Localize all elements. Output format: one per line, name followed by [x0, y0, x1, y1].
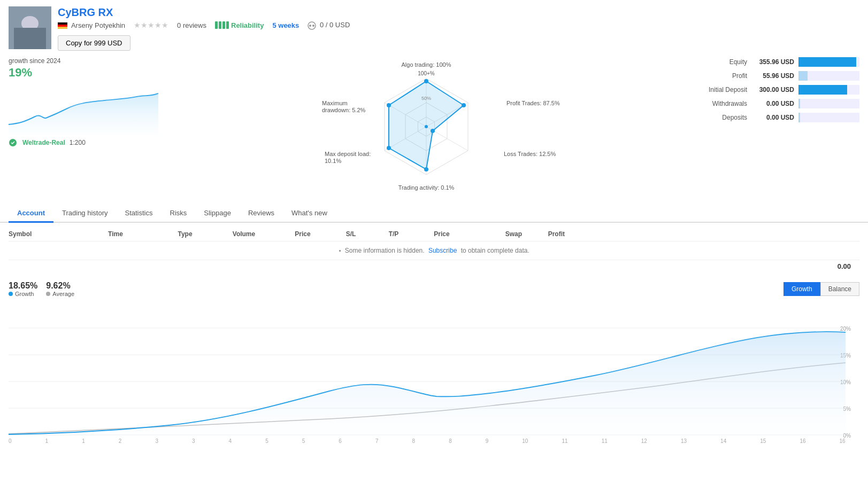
deposits-row: Deposits 0.00 USD [688, 113, 859, 122]
tabs-nav: Account Trading history Statistics Risks… [0, 205, 868, 223]
col-volume-header: Volume [212, 230, 276, 238]
average-stat: 9.62% Average [46, 281, 74, 297]
subscribe-suffix: to obtain complete data. [461, 247, 529, 254]
copy-trades-count: 0 / 0 USD [308, 21, 350, 30]
growth-stat-label: Growth [9, 291, 37, 297]
col-price-header: Price [276, 230, 329, 238]
svg-point-16 [462, 103, 466, 107]
svg-point-18 [424, 167, 428, 172]
hidden-info: ▪ Some information is hidden. Subscribe … [9, 241, 859, 260]
profit-label: Profit [688, 72, 747, 80]
broker-info: Weltrade-Real 1:200 [9, 138, 164, 147]
bottom-chart-section: 18.65% Growth 9.62% Average Growth Balan… [0, 277, 868, 445]
x-axis-months: JanFebMarAprMayJunJulAugSepOctNovDecYear [9, 444, 846, 445]
deposits-bar-container [798, 113, 859, 122]
growth-since-label: growth since 2024 [9, 57, 164, 65]
toggle-balance-btn[interactable]: Balance [820, 282, 859, 296]
reviews-count: 0 reviews [177, 21, 206, 29]
table-section: Symbol Time Type Volume Price S/L T/P Pr… [0, 223, 868, 277]
withdrawals-bar [798, 99, 800, 108]
equity-value: 355.96 USD [751, 58, 794, 66]
leverage: 1:200 [70, 139, 86, 146]
initial-deposit-bar [798, 85, 847, 95]
equity-row: Equity 355.96 USD [688, 57, 859, 67]
chart-controls: 18.65% Growth 9.62% Average Growth Balan… [9, 281, 859, 297]
tab-trading-history[interactable]: Trading history [53, 205, 117, 223]
growth-stat-value: 18.65% [9, 281, 37, 291]
max-drawdown-label: Maximum [322, 100, 348, 106]
withdrawals-row: Withdrawals 0.00 USD [688, 99, 859, 108]
profit-bar [798, 71, 808, 81]
col-symbol-header: Symbol [9, 230, 73, 238]
svg-text:20%: 20% [840, 326, 851, 332]
reliability-label: Reliability [231, 21, 264, 29]
svg-text:drawdown: 5.2%: drawdown: 5.2% [322, 107, 366, 113]
average-dot [46, 292, 50, 296]
growth-percent: 19% [9, 66, 164, 80]
radar-section: 100+% 50% Algo trading: 100% Profit Trad… [169, 57, 683, 196]
profit-row: Profit 55.96 USD [688, 71, 859, 81]
deposits-value: 0.00 USD [751, 114, 794, 121]
svg-point-15 [424, 79, 428, 83]
weeks-count: 5 weeks [272, 21, 299, 29]
svg-point-20 [387, 103, 391, 107]
equity-bar-container [798, 57, 859, 67]
star-rating: ★★★★★ [134, 21, 168, 29]
col-profit-header: Profit [522, 230, 565, 238]
loss-trades-label: Loss Trades: 12.5% [504, 151, 556, 157]
trader-info: CyBRG RX Arseny Potyekhin ★★★★★ 0 review… [58, 6, 859, 51]
tab-whats-new[interactable]: What's new [283, 205, 336, 223]
equity-label: Equity [688, 58, 747, 66]
deposits-bar [798, 113, 800, 122]
stats-section: Equity 355.96 USD Profit 55.96 USD Initi… [688, 57, 859, 196]
deposits-label: Deposits [688, 114, 747, 121]
growth-section: growth since 2024 19% Weltrade-Real 1:20… [9, 57, 164, 196]
mini-growth-chart [9, 82, 158, 135]
svg-text:10.1%: 10.1% [325, 158, 341, 164]
tab-risks[interactable]: Risks [162, 205, 196, 223]
tab-statistics[interactable]: Statistics [117, 205, 162, 223]
col-type-header: Type [158, 230, 212, 238]
withdrawals-label: Withdrawals [688, 100, 747, 107]
profit-value: 55.96 USD [751, 72, 794, 80]
growth-dot [9, 292, 13, 296]
flag-icon: Arseny Potyekhin [58, 21, 125, 29]
col-swap-header: Swap [468, 230, 522, 238]
initial-deposit-bar-container [798, 85, 859, 95]
svg-text:50%: 50% [421, 96, 431, 101]
svg-text:100+%: 100+% [418, 71, 435, 76]
toggle-growth-btn[interactable]: Growth [783, 282, 820, 296]
bottom-chart: 0% 5% 10% 15% 20% 01 [9, 301, 859, 440]
svg-point-6 [312, 25, 314, 27]
profit-bar-container [798, 71, 859, 81]
trader-avatar [9, 6, 51, 49]
svg-point-5 [309, 25, 311, 27]
col-tp-header: T/P [372, 230, 415, 238]
reliability-bars [215, 21, 229, 29]
max-deposit-label: Max deposit load: [325, 151, 371, 157]
trading-activity-label: Trading activity: 0.1% [398, 184, 454, 191]
initial-deposit-value: 300.00 USD [751, 86, 794, 93]
col-time-header: Time [73, 230, 158, 238]
svg-point-17 [431, 129, 435, 133]
average-stat-value: 9.62% [46, 281, 74, 291]
hidden-info-icon: ▪ [339, 247, 341, 254]
withdrawals-bar-container [798, 99, 859, 108]
author-name: Arseny Potyekhin [71, 21, 125, 29]
tab-account[interactable]: Account [9, 205, 53, 223]
trader-name: CyBRG RX [58, 6, 859, 19]
table-header: Symbol Time Type Volume Price S/L T/P Pr… [9, 227, 859, 241]
tab-reviews[interactable]: Reviews [240, 205, 283, 223]
copy-button[interactable]: Copy for 999 USD [58, 35, 130, 51]
total-value: 0.00 [838, 262, 851, 270]
total-row: 0.00 [9, 260, 859, 272]
col-price2-header: Price [415, 230, 468, 238]
svg-point-21 [425, 125, 428, 128]
broker-link[interactable]: Weltrade-Real [22, 139, 65, 146]
reliability-section: Reliability [215, 21, 264, 29]
svg-point-19 [387, 146, 391, 150]
average-stat-label: Average [46, 291, 74, 297]
algo-trading-label: Algo trading: 100% [401, 61, 451, 68]
tab-slippage[interactable]: Slippage [195, 205, 240, 223]
subscribe-link[interactable]: Subscribe [428, 247, 457, 254]
